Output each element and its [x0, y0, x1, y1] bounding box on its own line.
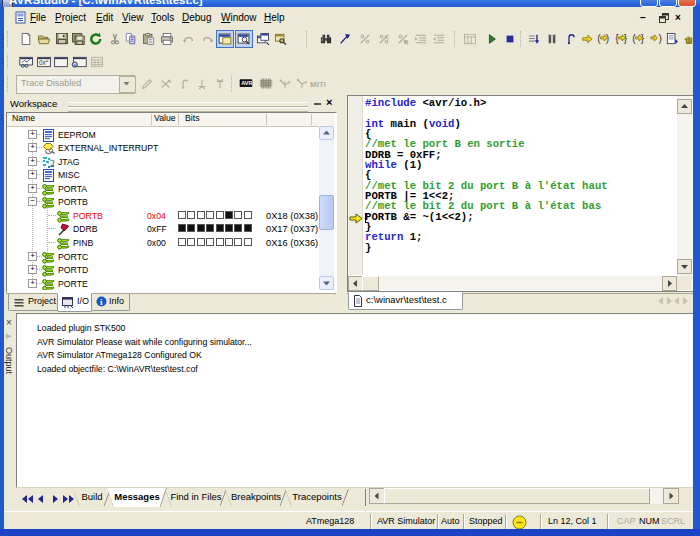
- svg-text:0x: 0x: [39, 59, 47, 66]
- svg-text:): ): [659, 33, 662, 44]
- svg-text:AVR: AVR: [241, 80, 252, 86]
